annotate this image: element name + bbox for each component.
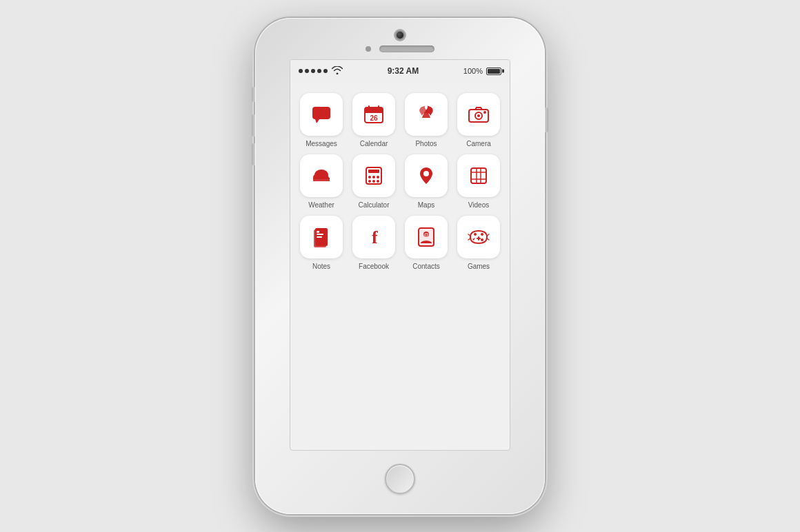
- app-weather[interactable]: Weather: [299, 154, 344, 209]
- svg-marker-1: [315, 119, 319, 123]
- phone-top: [255, 18, 545, 57]
- home-button-area: [385, 451, 415, 514]
- maps-icon: [405, 154, 448, 197]
- svg-rect-34: [317, 236, 322, 238]
- svg-point-21: [377, 176, 379, 178]
- app-maps[interactable]: Maps: [403, 154, 449, 209]
- weather-label: Weather: [308, 201, 334, 209]
- photos-label: Photos: [415, 140, 437, 147]
- notes-label: Notes: [312, 263, 330, 270]
- status-bar-left: [299, 66, 343, 76]
- svg-rect-16: [313, 179, 330, 181]
- wifi-icon: [332, 66, 343, 76]
- games-icon: [457, 216, 500, 258]
- games-label: Games: [468, 263, 490, 270]
- app-videos[interactable]: Videos: [456, 154, 501, 209]
- signal-dot-2: [305, 69, 309, 73]
- camera-label: Camera: [466, 140, 491, 147]
- calendar-label: Calendar: [360, 140, 388, 147]
- home-button[interactable]: [385, 464, 415, 494]
- svg-point-11: [483, 111, 486, 114]
- signal-dot-4: [317, 69, 321, 73]
- speaker-grille: [379, 45, 434, 52]
- svg-rect-35: [317, 231, 319, 233]
- svg-point-41: [474, 233, 477, 236]
- svg-point-19: [368, 176, 371, 178]
- sensor-dot: [366, 46, 371, 52]
- battery-percent-label: 100%: [463, 67, 483, 75]
- svg-rect-45: [477, 238, 481, 239]
- svg-point-24: [377, 180, 379, 183]
- front-camera-lens: [395, 30, 405, 40]
- svg-point-10: [477, 114, 480, 117]
- signal-dot-1: [299, 69, 303, 73]
- svg-text:f: f: [372, 227, 378, 247]
- battery-fill: [488, 69, 500, 74]
- svg-rect-4: [365, 112, 383, 113]
- calculator-label: Calculator: [358, 201, 389, 209]
- contacts-label: Contacts: [412, 263, 439, 270]
- phone-screen: 9:32 AM 100% Messages: [290, 59, 510, 451]
- calendar-icon: 26: [352, 93, 395, 136]
- volume-up-button[interactable]: [252, 114, 255, 136]
- camera-icon-app: [457, 93, 500, 136]
- contacts-icon: @: [405, 216, 448, 258]
- status-time: 9:32 AM: [388, 66, 419, 76]
- camera-area: [395, 30, 405, 40]
- facebook-icon: f: [352, 216, 395, 258]
- phone-device: 9:32 AM 100% Messages: [255, 18, 545, 514]
- svg-rect-26: [471, 168, 486, 183]
- messages-icon: [300, 93, 343, 136]
- svg-text:@: @: [423, 232, 429, 238]
- calculator-icon: [352, 154, 395, 197]
- maps-label: Maps: [418, 201, 434, 209]
- videos-icon: [457, 154, 500, 197]
- svg-rect-33: [317, 234, 323, 235]
- messages-label: Messages: [306, 140, 337, 147]
- app-games[interactable]: Games: [456, 216, 501, 270]
- app-facebook[interactable]: f Facebook: [351, 216, 397, 270]
- power-button[interactable]: [545, 108, 548, 132]
- svg-point-20: [372, 176, 375, 178]
- svg-text:26: 26: [370, 114, 378, 122]
- speaker-area: [366, 45, 434, 52]
- app-photos[interactable]: Photos: [403, 93, 449, 147]
- svg-point-43: [481, 238, 483, 241]
- svg-point-23: [372, 180, 375, 183]
- volume-down-button[interactable]: [252, 143, 255, 165]
- app-contacts[interactable]: @ Contacts: [403, 216, 449, 270]
- app-grid: Messages 26 Calendar: [290, 82, 510, 281]
- mute-switch[interactable]: [252, 87, 255, 102]
- facebook-label: Facebook: [359, 263, 389, 270]
- svg-point-22: [368, 180, 371, 183]
- videos-label: Videos: [468, 201, 489, 209]
- status-bar: 9:32 AM 100%: [290, 60, 510, 82]
- status-bar-right: 100%: [463, 67, 501, 75]
- app-calculator[interactable]: Calculator: [351, 154, 397, 209]
- signal-dot-3: [311, 69, 315, 73]
- svg-point-42: [481, 233, 483, 236]
- app-notes[interactable]: Notes: [299, 216, 344, 270]
- signal-dot-5: [323, 69, 328, 73]
- svg-point-25: [423, 171, 429, 176]
- notes-icon: [300, 216, 343, 258]
- svg-rect-32: [314, 229, 326, 247]
- signal-strength: [299, 69, 328, 73]
- app-calendar[interactable]: 26 Calendar: [351, 93, 397, 147]
- app-camera[interactable]: Camera: [456, 93, 501, 147]
- battery-icon: [486, 68, 501, 75]
- photos-icon: [405, 93, 448, 136]
- svg-rect-0: [312, 107, 330, 119]
- app-messages[interactable]: Messages: [299, 93, 344, 147]
- svg-rect-18: [368, 170, 379, 173]
- weather-icon: [300, 154, 343, 197]
